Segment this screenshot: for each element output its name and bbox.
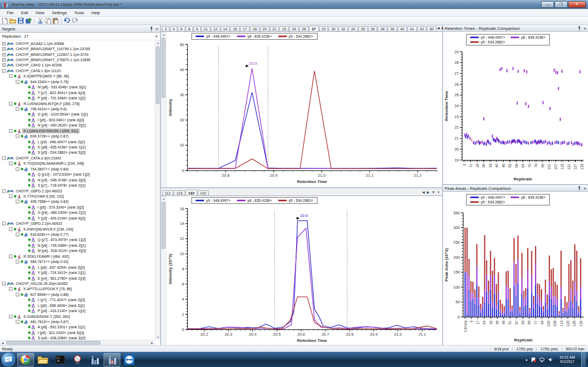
taskbar-cmd-icon[interactable]: C:\ bbox=[52, 353, 69, 366]
tree-node-label[interactable]: D [y8] - 835.4156+ (rank 1)[1] bbox=[37, 145, 87, 149]
collapse-icon[interactable]: - bbox=[9, 227, 13, 231]
minimize-button[interactable]: — bbox=[541, 1, 554, 8]
tree-node-label[interactable]: L [y6] - 658.3406+ (rank 3)[1] bbox=[37, 304, 86, 307]
tree-node-tr[interactable]: S [y4] - 408.2089+ (rank 3)[2] bbox=[0, 336, 155, 340]
menu-item-file[interactable]: File bbox=[3, 10, 17, 16]
tree-node-label[interactable]: A [y6] - 592.3301+ (rank 2)[1] bbox=[37, 325, 86, 329]
taskbar-explorer-icon[interactable] bbox=[35, 353, 51, 366]
tree-node-tr[interactable]: P [y4] - 416.2140+ (rank 1)[2] bbox=[0, 308, 155, 313]
replicate-tab-6[interactable]: 6 bbox=[178, 26, 185, 31]
start-button[interactable] bbox=[2, 353, 15, 366]
action-center-icon[interactable] bbox=[531, 357, 536, 362]
tree-horizontal-scrollbar[interactable]: ◀ ▶ bbox=[0, 340, 155, 345]
collapse-icon[interactable]: - bbox=[9, 102, 13, 106]
tree-node-prec[interactable]: -481.7613++ (dotp 0.87) bbox=[0, 319, 155, 324]
replicate-tab-20[interactable]: 20 bbox=[260, 26, 269, 31]
replicate-tab-4[interactable]: 4 bbox=[170, 26, 177, 31]
pin-icon[interactable] bbox=[150, 27, 153, 31]
tree-node-prot[interactable]: +CHOYP_BRAFLDRAFT_122807.1.1|m.3729 bbox=[0, 52, 155, 57]
tree-node-label[interactable]: 699.3728++ (dotp 0.87) bbox=[29, 134, 70, 138]
chevron-down-icon[interactable]: ▼ bbox=[155, 35, 158, 38]
tree-node-prot[interactable]: -CHOYP_G6PD.2.2|m.46923 bbox=[0, 188, 155, 193]
tree-node-label[interactable]: 796.9414++ (dotp 0.6) bbox=[29, 107, 67, 111]
tree-node-prot[interactable]: -CHOYP_CATA.1.3|m.11120 bbox=[0, 68, 155, 73]
replicate-tab-11[interactable]: 11 bbox=[201, 26, 210, 31]
tree-node-label[interactable]: I [y5] - 603.3461+ (rank 4)[3] bbox=[37, 118, 85, 122]
tree-node-tr[interactable]: I [y5] - 579.3249+ (rank 3)[2] bbox=[0, 204, 155, 210]
collapse-icon[interactable]: - bbox=[2, 282, 6, 285]
tree-node-prot[interactable]: -CHOYP_HS12A.25.33|m.60352 bbox=[0, 281, 155, 286]
expand-icon[interactable]: + bbox=[2, 42, 6, 45]
collapse-icon[interactable]: - bbox=[9, 287, 13, 291]
collapse-icon[interactable]: - bbox=[2, 69, 6, 73]
scroll-thumb[interactable] bbox=[162, 38, 165, 98]
share-publish-icon[interactable] bbox=[25, 18, 32, 24]
menu-item-help[interactable]: Help bbox=[87, 10, 103, 16]
tree-node-tr[interactable]: N [y9] - 945.4748+ (rank 3)[3] bbox=[0, 177, 155, 182]
replicate-tab-35[interactable]: 35 bbox=[358, 26, 368, 31]
tree-node-tr[interactable]: S [y7] - 718.3478+ (rank 2)[1] bbox=[0, 182, 155, 188]
undo-icon[interactable] bbox=[64, 18, 71, 24]
tree-node-label[interactable]: Q [y7] - 873.4975+ (rank 1)[2] bbox=[37, 238, 87, 242]
tree-node-tr[interactable]: E [y4] - 561.2780+ (rank 2)[3] bbox=[0, 276, 155, 281]
replicate-tab-2[interactable]: 2 bbox=[162, 26, 169, 31]
scroll-tabs-left-icon[interactable]: ◀ bbox=[437, 26, 439, 30]
close-panel-icon[interactable]: ✕ bbox=[583, 27, 586, 30]
tree-node-prot[interactable]: -CHOYP_CATA.3.3|m.21642 bbox=[0, 155, 155, 160]
taskbar-skyline-daily-icon[interactable] bbox=[104, 353, 120, 366]
scroll-right-icon[interactable]: ▶ bbox=[150, 340, 155, 345]
replicate-tab-23[interactable]: 23 bbox=[279, 26, 289, 31]
tree-node-label[interactable]: S [y5] - 534.2882+ (rank 5)[3] bbox=[37, 151, 86, 154]
tree-node-label[interactable]: CHOYP_G6PD.2.2|m.46923 bbox=[15, 189, 63, 193]
expand-icon[interactable]: + bbox=[2, 58, 6, 62]
replicate-tab-14[interactable]: 14 bbox=[221, 26, 230, 31]
collapse-icon[interactable]: - bbox=[16, 200, 19, 203]
tree-node-prec[interactable]: -794.3897++ (dotp 0.84) bbox=[0, 166, 155, 171]
scroll-left-icon[interactable]: ◀ bbox=[0, 340, 5, 345]
tree-node-label[interactable]: M [y8] - 933.4346+ (rank 3)[1] bbox=[37, 85, 87, 89]
collapse-icon[interactable]: - bbox=[16, 293, 19, 296]
tree-node-label[interactable]: R.LVENIGNHLINTQK.F [265, 278] bbox=[22, 102, 81, 106]
replicates-selector[interactable]: Replicates: 27 ▼ bbox=[0, 33, 160, 40]
collapse-icon[interactable]: - bbox=[2, 156, 6, 160]
tree-node-label[interactable]: P [y4] - 416.2140+ (rank 1)[2] bbox=[37, 309, 86, 313]
tree-node-prec[interactable]: -616.8281++ (dotp 0.77) bbox=[0, 232, 155, 237]
taskbar-skyline-icon[interactable] bbox=[86, 353, 103, 366]
tree-node-pep[interactable]: -R.LVENIGNHLINTQK.F [265, 278] bbox=[0, 101, 155, 106]
replicate-tab-15[interactable]: 15 bbox=[230, 26, 240, 31]
copy-icon[interactable] bbox=[44, 18, 51, 24]
scroll-down-icon[interactable]: ▼ bbox=[155, 335, 160, 340]
collapse-icon[interactable]: - bbox=[9, 129, 13, 133]
replicate-tab-12[interactable]: 12 bbox=[211, 26, 220, 31]
network-icon[interactable] bbox=[539, 357, 545, 362]
collapse-icon[interactable]: - bbox=[16, 233, 19, 236]
menu-item-view[interactable]: View bbox=[32, 10, 48, 16]
tree-node-prec[interactable]: -627.8506++ (dotp 0.88) bbox=[0, 292, 155, 297]
tree-node-label[interactable]: 627.8506++ (dotp 0.88) bbox=[29, 293, 70, 296]
collapse-icon[interactable]: - bbox=[2, 222, 6, 225]
scroll-up-icon[interactable]: ▲ bbox=[155, 40, 160, 45]
tree-node-tr[interactable]: L [y6] - 658.3406+ (rank 3)[1] bbox=[0, 303, 155, 308]
expand-icon[interactable]: + bbox=[2, 47, 6, 51]
collapse-icon[interactable]: - bbox=[9, 74, 13, 78]
tree-node-label[interactable]: CHOYP_CATA.3.3|m.21642 bbox=[15, 156, 62, 160]
tree-node-tr[interactable]: I [y5] - 521.2930+ (rank 5)[3] bbox=[0, 330, 155, 335]
tree-node-tr[interactable]: D [y8] - 835.4156+ (rank 1)[1] bbox=[0, 144, 155, 150]
tree-node-tr[interactable]: Y [y5] - 724.3413+ (rank 1)[1] bbox=[0, 270, 155, 275]
tree-node-tr[interactable]: G [y4] - 466.2409+ (rank 2)[1] bbox=[0, 210, 155, 215]
scroll-up-icon[interactable]: ▲ bbox=[161, 196, 166, 201]
expand-icon[interactable]: + bbox=[2, 63, 6, 67]
replicate-tab-36[interactable]: 36 bbox=[368, 26, 378, 31]
tree-node-pep[interactable]: -K.LQAHLDSVSNVSK.I [299, 311] bbox=[0, 128, 155, 133]
tree-node-label[interactable]: K.LQAHLDSVSNVSK.I [299, 311] bbox=[22, 129, 79, 133]
open-folder-icon[interactable] bbox=[9, 18, 16, 24]
close-panel-icon[interactable]: ✕ bbox=[583, 187, 586, 190]
tree-node-label[interactable]: Q [y10] - 1073.5334+ (rank 1)[2] bbox=[37, 173, 91, 176]
tree-node-tr[interactable]: S [y5] - 534.2882+ (rank 5)[3] bbox=[0, 150, 155, 155]
new-document-icon[interactable] bbox=[2, 18, 8, 24]
replicate-tab-80[interactable]: 80 bbox=[427, 26, 436, 31]
replicate-tab-18[interactable]: 18 bbox=[250, 26, 259, 31]
redo-icon[interactable] bbox=[72, 18, 78, 24]
replicate-tab-123[interactable]: 123 bbox=[174, 190, 185, 196]
replicate-tab-39[interactable]: 39 bbox=[388, 26, 397, 31]
